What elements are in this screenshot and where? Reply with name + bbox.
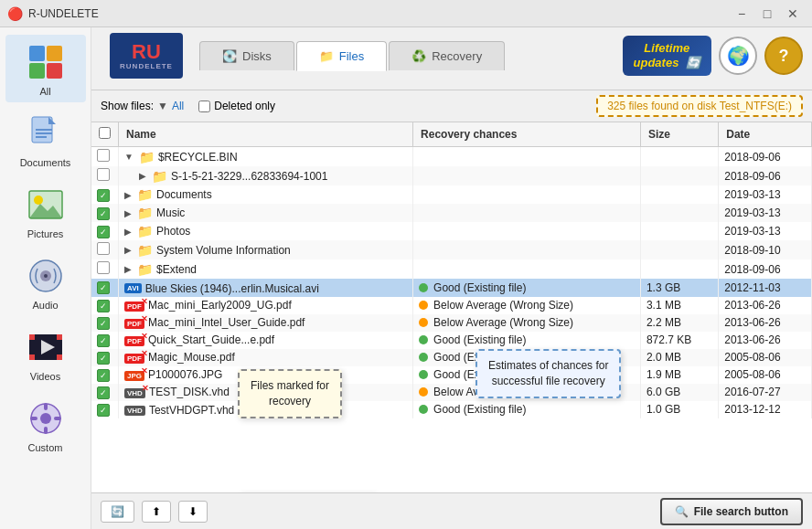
row-chances-cell: Good (Existing file)	[413, 401, 641, 419]
deleted-only-checkbox[interactable]	[198, 101, 210, 112]
row-chances-cell	[413, 147, 641, 167]
file-name: Photos	[156, 225, 190, 238]
row-checkbox-cell: ✓	[91, 314, 119, 332]
minimize-button[interactable]: −	[730, 5, 753, 23]
row-checkbox-cell: ✓	[91, 297, 119, 314]
maximize-button[interactable]: □	[755, 5, 779, 23]
table-row[interactable]: ✓▶📁Photos2019-03-13	[91, 222, 812, 240]
row-size-cell: 872.7 KB	[640, 332, 718, 349]
checked-icon[interactable]: ✓	[97, 300, 110, 312]
table-row[interactable]: ✓▶📁Documents2019-03-13	[91, 185, 812, 204]
file-list: Name Recovery chances Size Date ▼📁$RECYC…	[91, 122, 812, 492]
expand-icon[interactable]: ▼	[124, 152, 134, 162]
tab-files[interactable]: 📁 Files	[296, 41, 387, 71]
row-name-cell: VHDTestVHDGPT.vhd	[119, 401, 413, 419]
app-icon: 🔴	[7, 6, 23, 21]
all-filter-link[interactable]: All	[172, 100, 184, 112]
sidebar-all-label: All	[39, 86, 50, 97]
row-size-cell	[640, 240, 718, 259]
up-button[interactable]: ⬆	[142, 501, 171, 523]
svg-rect-20	[57, 354, 62, 360]
expand-icon[interactable]: ▶	[124, 190, 132, 200]
expand-icon[interactable]: ▶	[124, 264, 132, 274]
checked-icon[interactable]: ✓	[97, 352, 110, 365]
table-row[interactable]: ✓▶📁Music2019-03-13	[91, 204, 812, 222]
table-row[interactable]: ▼📁$RECYCLE.BIN2018-09-06	[91, 147, 812, 167]
row-chances-cell: Good (Existing file)	[413, 279, 641, 297]
table-row[interactable]: ✓PDFMac_mini_Intel_User_Guide.pdfBelow A…	[91, 314, 812, 332]
file-name: Quick_Start_Guide...e.pdf	[148, 333, 274, 346]
table-row[interactable]: ✓VHDTestVHDGPT.vhdGood (Existing file)1.…	[91, 401, 812, 419]
checked-icon[interactable]: ✓	[97, 189, 110, 202]
table-row[interactable]: ✓JPGP1000076.JPGGood (Existing file)1.9 …	[91, 366, 812, 384]
table-row[interactable]: ▶📁System Volume Information2018-09-10	[91, 240, 812, 259]
sidebar-custom-label: Custom	[28, 442, 63, 453]
toolbar: Show files: ▼ All Deleted only 325 files…	[91, 90, 812, 122]
checked-icon[interactable]: ✓	[97, 226, 110, 238]
tab-recovery[interactable]: ♻️ Recovery	[389, 41, 505, 70]
row-date-cell: 2019-03-13	[719, 204, 812, 222]
row-checkbox-cell: ✓	[91, 279, 119, 297]
svg-rect-26	[54, 417, 61, 420]
row-checkbox-cell: ✓	[91, 222, 119, 240]
sidebar-item-documents[interactable]: Documents	[5, 106, 86, 174]
refresh-icon: 🔄	[686, 56, 700, 69]
svg-point-14	[44, 274, 48, 278]
row-chances-cell: Below Average (Wrong Size)	[413, 384, 641, 401]
select-all-checkbox[interactable]	[99, 127, 111, 139]
close-button[interactable]: ✕	[781, 5, 805, 23]
row-chances-cell: Good (Existing file)	[413, 349, 641, 366]
table-row[interactable]: ▶📁S-1-5-21-3229...62833694-10012018-09-0…	[91, 166, 812, 185]
app-logo: RU RUNDELETE	[110, 33, 183, 79]
sidebar-item-all[interactable]: All	[5, 35, 86, 102]
row-name-cell: ▶📁Documents	[119, 185, 413, 204]
header-buttons: 🌍 ?	[719, 37, 803, 75]
down-button[interactable]: ⬇	[178, 501, 208, 523]
row-name-cell: VHDTEST_DISK.vhd	[119, 384, 413, 401]
checked-icon[interactable]: ✓	[97, 207, 110, 220]
checked-icon[interactable]: ✓	[97, 317, 110, 330]
unchecked-box[interactable]	[97, 149, 110, 162]
checked-icon[interactable]: ✓	[97, 404, 110, 417]
refresh-bottom-button[interactable]: 🔄	[101, 501, 134, 523]
row-size-cell: 2.2 MB	[640, 314, 718, 332]
table-row[interactable]: ▶📁$Extend2018-09-06	[91, 259, 812, 279]
checked-icon[interactable]: ✓	[97, 281, 110, 294]
checked-icon[interactable]: ✓	[97, 369, 110, 382]
table-row[interactable]: ✓PDFMac_mini_Early2009_UG.pdfBelow Avera…	[91, 297, 812, 314]
expand-icon[interactable]: ▶	[124, 227, 132, 237]
flag-button[interactable]: 🌍	[719, 37, 757, 75]
sidebar-item-audio[interactable]: Audio	[5, 249, 86, 316]
row-chances-cell	[413, 222, 641, 240]
chance-dot	[419, 405, 428, 414]
logo-name-text: RUNDELETE	[120, 62, 173, 70]
table-row[interactable]: ✓VHDTEST_DISK.vhdBelow Average (Wrong Si…	[91, 384, 812, 401]
table-row[interactable]: ✓AVIBlue Skies (1946)...erlin.Musical.av…	[91, 279, 812, 297]
table-row[interactable]: ✓PDFQuick_Start_Guide...e.pdfGood (Exist…	[91, 332, 812, 349]
bottom-bar: 🔄 ⬆ ⬇ 🔍 File search button	[91, 492, 812, 529]
svg-rect-24	[44, 427, 48, 434]
unchecked-box[interactable]	[97, 261, 110, 274]
file-name: Documents	[156, 188, 212, 201]
file-name: $Extend	[156, 263, 197, 276]
tab-disks[interactable]: 💽 Disks	[199, 41, 294, 70]
row-date-cell: 2005-08-06	[719, 366, 812, 384]
row-checkbox-cell: ✓	[91, 332, 119, 349]
expand-icon[interactable]: ▶	[139, 171, 146, 181]
row-date-cell: 2013-06-26	[719, 314, 812, 332]
sidebar-item-custom[interactable]: Custom	[5, 391, 86, 459]
checked-icon[interactable]: ✓	[97, 334, 110, 347]
svg-rect-1	[47, 46, 62, 61]
row-size-cell	[640, 185, 718, 204]
file-search-button[interactable]: 🔍 File search button	[660, 498, 803, 525]
row-chances-cell: Good (Existing file)	[413, 332, 641, 349]
table-row[interactable]: ✓PDFMagic_Mouse.pdfGood (Existing file)2…	[91, 349, 812, 366]
unchecked-box[interactable]	[97, 168, 110, 181]
checked-icon[interactable]: ✓	[97, 386, 110, 399]
help-button[interactable]: ?	[764, 37, 803, 75]
expand-icon[interactable]: ▶	[124, 245, 132, 255]
expand-icon[interactable]: ▶	[124, 208, 132, 218]
sidebar-item-pictures[interactable]: Pictures	[5, 177, 86, 245]
unchecked-box[interactable]	[97, 242, 110, 255]
sidebar-item-videos[interactable]: Videos	[5, 320, 86, 387]
